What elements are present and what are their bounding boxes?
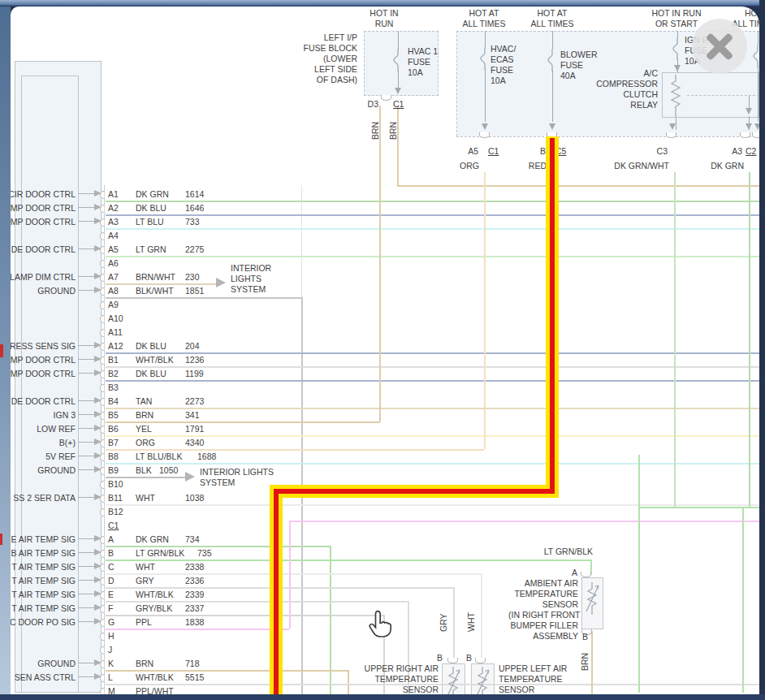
pin-label: B8 (108, 452, 132, 462)
wire-dkgrn[interactable] (749, 172, 750, 508)
wire-color-label: WHT (136, 493, 186, 503)
module-left-label: E AIR TEMP SIG (11, 534, 76, 545)
stub-arrow-icon (94, 659, 102, 666)
wire-B5[interactable] (106, 421, 380, 423)
arrow-down-icon (669, 123, 676, 130)
wire-B11[interactable] (106, 504, 759, 506)
wire-A2[interactable] (106, 214, 759, 216)
wire-K-drop[interactable] (348, 670, 349, 694)
wire-A3[interactable] (106, 228, 759, 230)
wire-A8[interactable] (106, 297, 301, 299)
arrow-down-icon (395, 88, 401, 94)
wire-G-cont[interactable] (289, 521, 759, 522)
wire-color-label: LT GRN/BLK (136, 548, 186, 559)
wire-ltgrnblk[interactable] (742, 507, 744, 693)
wire-ltgrnblk[interactable] (638, 507, 759, 508)
stub-wire (78, 442, 95, 443)
stub-arrow-icon (94, 190, 102, 197)
schematic-line (677, 31, 678, 37)
wire-color-label: BLK/WHT (136, 286, 186, 296)
pin-label: C (108, 562, 132, 573)
module-left-label: LOW REF (11, 424, 76, 434)
wire-color-label: BRN (136, 410, 186, 421)
connector-dashed-line (456, 136, 759, 137)
highlighted-wire[interactable] (274, 489, 279, 694)
module-left-label: DE DOOR CTRL (11, 396, 76, 407)
wire-F[interactable] (106, 615, 383, 616)
stub-arrow-icon (94, 604, 102, 611)
highlighted-wire[interactable] (274, 489, 555, 494)
close-button[interactable] (692, 19, 747, 74)
pin-label: A8 (108, 286, 132, 296)
pin-label: B (108, 548, 132, 559)
wire-A[interactable] (106, 546, 330, 547)
power-label-hot-in-run: HOT IN RUN (352, 8, 417, 29)
wire-label-brn-2: BRN (388, 110, 399, 140)
wire-ltgrnblk[interactable] (638, 455, 640, 693)
wire-dkgrnwht[interactable] (674, 172, 676, 508)
wire-color-label: ORG (136, 438, 186, 448)
circuit-number: 1838 (185, 617, 221, 628)
highlighted-wire[interactable] (550, 138, 555, 492)
wire-B2[interactable] (106, 380, 759, 382)
wire-K[interactable] (106, 670, 348, 672)
pin-label: H (108, 631, 132, 642)
wire-C-drop[interactable] (481, 573, 482, 660)
wire-A1[interactable] (106, 201, 759, 202)
stub-arrow-icon (94, 590, 102, 597)
wire-A12[interactable] (106, 352, 759, 354)
module-left-label: T AIR TEMP SIG (11, 603, 76, 614)
stub-arrow-icon (94, 411, 102, 417)
pin-label: A7 (108, 272, 132, 283)
wire-B8[interactable] (106, 463, 759, 465)
wire-color-label: TAN (136, 396, 186, 407)
circuit-number: 2339 (185, 590, 221, 600)
wire-label-brn-1: BRN (370, 110, 381, 140)
wire-C[interactable] (106, 573, 481, 575)
circuit-number: 718 (185, 659, 221, 669)
wire-B7[interactable] (106, 449, 484, 451)
wire-B6[interactable] (106, 435, 759, 437)
wire-G-rise[interactable] (289, 521, 291, 629)
stub-wire (78, 594, 95, 594)
pin-label: B7 (108, 438, 132, 448)
stub-wire (78, 607, 95, 608)
module-left-label: MP DOOR CTRL (11, 369, 76, 379)
wire-D-drop[interactable] (453, 587, 455, 660)
wire-B4[interactable] (106, 408, 759, 409)
module-left-label: SEN ASS CTRL (11, 672, 76, 683)
schematic-line (398, 70, 399, 88)
module-left-label: 5V REF (11, 452, 76, 462)
circuit-number: 5515 (185, 672, 221, 683)
module-left-label: C DOOR PO SIG (11, 617, 76, 628)
wire-B[interactable] (106, 560, 590, 561)
wire-color-label: GRY (136, 576, 186, 586)
arrow-down-icon (674, 65, 681, 71)
stub-wire (78, 290, 95, 291)
stub-wire (78, 276, 95, 277)
circuit-number: 734 (185, 534, 221, 545)
wire-B1[interactable] (106, 366, 759, 368)
schematic-line (758, 31, 759, 45)
pin-label: B4 (108, 396, 132, 407)
wire-A5[interactable] (106, 256, 759, 257)
stub-arrow-icon (94, 452, 102, 459)
module-left-label: MP DOOR CTRL (11, 217, 76, 227)
circuit-number: 1038 (185, 493, 221, 503)
relay-coil-icon (671, 75, 681, 117)
wire-brn[interactable] (379, 106, 381, 421)
wire-B9[interactable] (106, 477, 185, 478)
wire-org[interactable] (484, 172, 486, 449)
diagram-canvas: A1DK GRN1614CIR DOOR CTRLA2DK BLU1646MP … (11, 6, 759, 694)
wire-A-drop[interactable] (330, 546, 331, 694)
pin-label-b: B (515, 146, 546, 157)
wire-brn[interactable] (591, 631, 593, 694)
wire-G[interactable] (106, 629, 289, 630)
stub-arrow-icon (94, 204, 102, 210)
connector-scallop-icon (100, 384, 107, 392)
wire-brn[interactable] (397, 185, 759, 187)
wire-E[interactable] (106, 601, 408, 603)
schematic-line (676, 118, 676, 130)
stub-arrow-icon (94, 549, 102, 555)
wire-A7[interactable] (106, 283, 216, 285)
